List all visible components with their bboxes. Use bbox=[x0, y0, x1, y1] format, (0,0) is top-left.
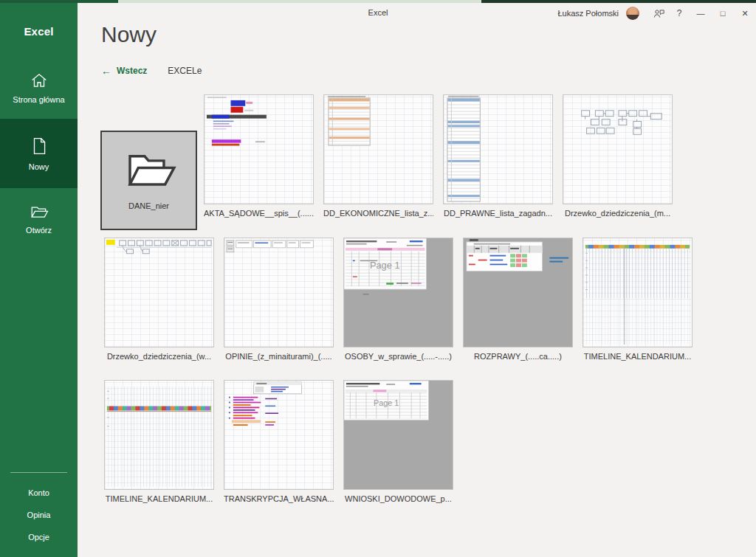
sidebar-divider bbox=[10, 472, 67, 473]
feedback-icon[interactable] bbox=[648, 3, 669, 24]
app-logo: Excel bbox=[0, 25, 78, 38]
template-row-3: TIMELINE_KALENDARIUM... bbox=[104, 380, 453, 504]
sidebar-item-otworz[interactable]: Otwórz bbox=[0, 188, 78, 250]
breadcrumb-current: EXCELe bbox=[168, 66, 202, 76]
thumbnail-preview-image: Page 1 bbox=[343, 238, 453, 347]
template-tile-timeline-2[interactable]: TIMELINE_KALENDARIUM... bbox=[104, 380, 214, 504]
thumbnail-preview-image bbox=[563, 94, 673, 204]
back-arrow-icon: ← bbox=[101, 65, 111, 77]
breadcrumb: ← Wstecz EXCELe bbox=[101, 65, 202, 77]
titlebar-right-cluster: Łukasz Połomski ? — □ ✕ bbox=[557, 3, 756, 24]
template-caption: AKTA_SĄDOWE__spis__(........ bbox=[204, 209, 314, 218]
template-tile-wnioski[interactable]: Page 1 WNIOSKI_DOWODOWE_p... bbox=[343, 380, 453, 504]
back-label: Wstecz bbox=[117, 66, 147, 76]
top-edge-artifact-middle bbox=[118, 0, 481, 3]
template-caption: ROZPRAWY_(.....ca.....) bbox=[463, 352, 573, 361]
sidebar-item-opinia[interactable]: Opinia bbox=[0, 504, 78, 526]
template-row-2: Drzewko_dziedziczenia_(w... bbox=[104, 238, 693, 361]
thumbnail-preview-image bbox=[224, 238, 334, 347]
thumbnail-preview-image bbox=[583, 238, 693, 347]
sidebar-item-label: Strona główna bbox=[13, 95, 64, 104]
template-tile-drzewko-m[interactable]: Drzewko_dziedziczenia_(m... bbox=[563, 94, 673, 218]
template-caption: DD_PRAWNE_lista_zagadn... bbox=[443, 209, 553, 218]
open-folder-icon bbox=[30, 204, 49, 219]
sidebar-item-strona-glowna[interactable]: Strona główna bbox=[0, 57, 78, 119]
template-tile-transkrypcja[interactable]: TRANSKRYPCJA_WŁASNA... bbox=[224, 380, 334, 504]
maximize-button[interactable]: □ bbox=[712, 3, 734, 24]
folder-tile-label: DANE_nier bbox=[128, 201, 169, 210]
page-watermark: Page 1 bbox=[374, 398, 399, 407]
template-caption: TRANSKRYPCJA_WŁASNA... bbox=[224, 494, 334, 504]
sidebar-item-label: Nowy bbox=[29, 162, 49, 171]
page-watermark: Page 1 bbox=[370, 260, 400, 271]
folder-icon bbox=[120, 148, 178, 191]
thumbnail-preview-image bbox=[323, 94, 433, 204]
template-tile-timeline-1[interactable]: TIMELINE_KALENDARIUM... bbox=[583, 238, 693, 361]
template-tile-opinie[interactable]: OPINIE_(z_minaiturami)_(..... bbox=[224, 238, 334, 361]
thumbnail-preview-image bbox=[104, 380, 214, 490]
template-tile-dd-prawne[interactable]: DD_PRAWNE_lista_zagadn... bbox=[443, 94, 553, 218]
template-tile-dd-ekonomiczne[interactable]: DD_EKONOMICZNE_lista_z... bbox=[323, 94, 433, 218]
template-caption: OSOBY_w_sprawie_(.....-.....) bbox=[343, 352, 453, 361]
template-caption: OPINIE_(z_minaiturami)_(..... bbox=[224, 352, 334, 361]
template-caption: Drzewko_dziedziczenia_(m... bbox=[563, 209, 673, 218]
thumbnail-preview-image bbox=[463, 238, 573, 347]
thumbnail-preview-image: Page 1 bbox=[343, 380, 453, 490]
home-icon bbox=[30, 72, 48, 89]
thumbnail-preview-image bbox=[104, 238, 214, 347]
template-tile-drzewko-w[interactable]: Drzewko_dziedziczenia_(w... bbox=[104, 238, 214, 361]
template-caption: TIMELINE_KALENDARIUM... bbox=[104, 494, 214, 504]
backstage-sidebar: Excel Strona główna Nowy bbox=[0, 3, 78, 557]
sidebar-nav: Strona główna Nowy Otwór bbox=[0, 57, 78, 250]
sidebar-item-nowy[interactable]: Nowy bbox=[0, 119, 78, 188]
template-tile-osoby[interactable]: Page 1 OSOBY_w_sprawie_(.....-.....) bbox=[343, 238, 453, 361]
sidebar-item-konto[interactable]: Konto bbox=[0, 482, 78, 504]
account-name[interactable]: Łukasz Połomski bbox=[557, 9, 619, 18]
page-title: Nowy bbox=[101, 22, 157, 47]
sidebar-footer: Konto Opinia Opcje bbox=[0, 472, 78, 548]
template-caption: DD_EKONOMICZNE_lista_z... bbox=[323, 209, 433, 218]
new-document-icon bbox=[30, 136, 48, 156]
thumbnail-preview-image bbox=[204, 94, 314, 204]
sidebar-item-opcje[interactable]: Opcje bbox=[0, 526, 78, 548]
excel-backstage-window: Excel Łukasz Połomski ? — □ ✕ Excel bbox=[0, 0, 756, 557]
template-tile-rozprawy[interactable]: ROZPRAWY_(.....ca.....) bbox=[463, 238, 573, 361]
close-button[interactable]: ✕ bbox=[734, 3, 756, 24]
user-avatar[interactable] bbox=[626, 7, 639, 20]
thumbnail-preview-image bbox=[224, 380, 334, 490]
minimize-button[interactable]: — bbox=[690, 3, 712, 24]
template-caption: WNIOSKI_DOWODOWE_p... bbox=[343, 494, 453, 504]
folder-tile-dane-nier[interactable]: DANE_nier bbox=[100, 131, 197, 230]
thumbnail-preview-image bbox=[443, 94, 553, 204]
help-icon[interactable]: ? bbox=[669, 3, 690, 24]
template-row-1: AKTA_SĄDOWE__spis__(........ bbox=[204, 94, 673, 218]
template-tile-akta-sadowe[interactable]: AKTA_SĄDOWE__spis__(........ bbox=[204, 94, 314, 218]
template-caption: Drzewko_dziedziczenia_(w... bbox=[104, 352, 214, 361]
back-link[interactable]: ← Wstecz bbox=[101, 65, 147, 77]
template-caption: TIMELINE_KALENDARIUM... bbox=[583, 352, 693, 361]
sidebar-item-label: Otwórz bbox=[26, 226, 52, 235]
